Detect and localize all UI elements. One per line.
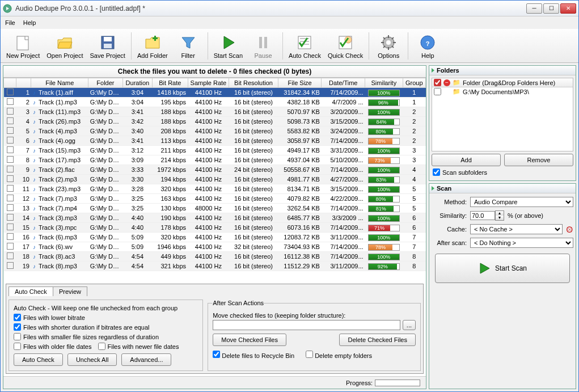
table-row[interactable]: 17 ♪Track (6).wv G:\My Do...5:091946 kbp… — [4, 242, 426, 252]
open-project-button[interactable]: Open Project — [43, 32, 86, 60]
tab-auto-check[interactable]: Auto Check — [9, 286, 53, 296]
minimize-button[interactable]: ─ — [526, 3, 542, 14]
col-folder[interactable]: Folder — [88, 78, 122, 88]
auto-check-button[interactable]: Auto Check — [285, 32, 324, 60]
start-scan-big-button[interactable]: Start Scan — [435, 254, 570, 283]
similarity-input[interactable] — [470, 211, 495, 220]
table-row[interactable]: 12 ♪Track (7).mp3 G:\My Do...3:25163 kbp… — [4, 194, 426, 204]
table-row[interactable]: 16 ♪Track (6).mp3 G:\My Do...5:09320 kbp… — [4, 233, 426, 242]
after-scan-select[interactable]: < Do Nothing > — [470, 238, 573, 248]
chk-older-dates[interactable] — [14, 343, 21, 350]
table-row[interactable]: 1 ♪Track (1).aiff G:\My Do...3:041418 kb… — [4, 88, 426, 98]
row-checkbox[interactable] — [7, 117, 14, 124]
cache-delete-icon[interactable]: ⮿ — [566, 225, 573, 234]
col-datetime[interactable]: Date/Time — [322, 78, 365, 88]
cache-select[interactable]: < No Cache > — [470, 224, 563, 234]
row-checkbox[interactable] — [7, 195, 14, 201]
svg-rect-4 — [104, 44, 112, 48]
row-checkbox[interactable] — [7, 175, 14, 182]
table-row[interactable]: 2 ♪Track (1).mp3 G:\My Do...3:04195 kbps… — [4, 98, 426, 107]
col-check[interactable] — [4, 78, 16, 88]
music-icon: ♪ — [33, 147, 39, 154]
table-row[interactable]: 10 ♪Track (2).mp3 G:\My Do...3:30194 kbp… — [4, 175, 426, 184]
chk-shorter-duration[interactable] — [14, 323, 21, 331]
filter-button[interactable]: Filter — [171, 32, 205, 60]
similarity-stepper[interactable]: ▲▼ — [495, 210, 504, 221]
add-folder-button[interactable]: Add Folder — [134, 32, 171, 60]
row-checkbox[interactable] — [7, 98, 14, 105]
row-checkbox[interactable] — [7, 233, 14, 240]
menu-file[interactable]: File — [5, 19, 15, 26]
row-checkbox[interactable] — [7, 185, 14, 192]
table-row[interactable]: 7 ♪Track (15).mp3 G:\My Do...3:12211 kbp… — [4, 146, 426, 155]
table-row[interactable]: 9 ♪Track (2).flac G:\My Do...3:331972 kb… — [4, 165, 426, 175]
chk-lower-bitrate[interactable] — [14, 314, 21, 321]
row-checkbox[interactable] — [7, 262, 14, 269]
help-button[interactable]: ?Help — [411, 32, 445, 60]
quick-check-button[interactable]: Quick Check — [324, 32, 366, 60]
pause-button[interactable]: Pause — [246, 32, 280, 60]
tab-preview[interactable]: Preview — [53, 286, 87, 296]
toolbar: New Project Open Project Save Project Ad… — [1, 29, 578, 63]
table-row[interactable]: 4 ♪Track (26).mp3 G:\My Do...3:42188 kbp… — [4, 117, 426, 127]
table-row[interactable]: 6 ♪Track (4).ogg G:\My Do...3:41113 kbps… — [4, 136, 426, 146]
table-row[interactable]: 11 ♪Track (23).mp3 G:\My Do...3:28320 kb… — [4, 184, 426, 194]
folder-item-check[interactable] — [434, 88, 441, 95]
delete-checked-button[interactable]: Delete Checked Files — [339, 334, 416, 346]
table-row[interactable]: 14 ♪Track (3).mp3 G:\My Do...4:40190 kbp… — [4, 213, 426, 223]
col-resolution[interactable]: Bit Resolution — [229, 78, 278, 88]
col-bitrate[interactable]: Bit Rate — [153, 78, 188, 88]
row-checkbox[interactable] — [7, 243, 14, 250]
row-checkbox[interactable] — [7, 108, 14, 115]
table-row[interactable]: 3 ♪Track (11).mp3 G:\My Do...3:41188 kbp… — [4, 107, 426, 117]
folder-add-button[interactable]: Add — [432, 154, 501, 166]
row-checkbox[interactable] — [7, 166, 14, 172]
col-duration[interactable]: Duration — [122, 78, 152, 88]
table-row[interactable]: 5 ♪Track (4).mp3 G:\My Do...3:40208 kbps… — [4, 127, 426, 136]
maximize-button[interactable]: ☐ — [543, 3, 559, 14]
table-row[interactable]: 15 ♪Track (3).mpc G:\My Do...4:40178 kbp… — [4, 223, 426, 233]
browse-button[interactable]: ... — [403, 320, 416, 330]
save-project-button[interactable]: Save Project — [87, 32, 129, 60]
table-row[interactable]: 19 ♪Track (8).mp3 G:\My Do...4:54321 kbp… — [4, 262, 426, 271]
row-checkbox[interactable] — [7, 204, 14, 211]
folder-row[interactable]: 📁 G:\My Documents\MP3\ — [432, 87, 573, 96]
chk-recycle[interactable] — [213, 351, 220, 358]
row-checkbox[interactable] — [7, 146, 14, 153]
table-row[interactable]: 8 ♪Track (17).mp3 G:\My Do...3:09214 kbp… — [4, 155, 426, 165]
scan-panel-header: Scan — [429, 184, 576, 193]
col-samplerate[interactable]: Sample Rate — [188, 78, 229, 88]
progress-bar — [375, 380, 420, 386]
col-filesize[interactable]: File Size — [278, 78, 322, 88]
scan-method-select[interactable]: Audio Compare — [470, 197, 573, 207]
row-checkbox[interactable] — [7, 127, 14, 134]
music-icon: ♪ — [33, 176, 39, 183]
chk-scan-subfolders[interactable] — [433, 168, 440, 176]
row-checkbox[interactable] — [7, 137, 14, 144]
row-checkbox[interactable] — [7, 224, 14, 230]
row-checkbox[interactable] — [7, 252, 14, 259]
start-scan-button[interactable]: Start Scan — [210, 32, 246, 60]
close-button[interactable]: ✕ — [560, 3, 576, 14]
col-filename[interactable]: File Name — [31, 78, 88, 88]
move-checked-button[interactable]: Move Checked Files — [213, 334, 286, 346]
chk-newer-dates[interactable] — [98, 343, 105, 350]
row-checkbox[interactable] — [7, 156, 14, 163]
chk-delete-empty[interactable] — [306, 351, 313, 358]
advanced-button[interactable]: Advanced... — [121, 353, 171, 366]
menu-help[interactable]: Help — [23, 19, 36, 26]
new-project-button[interactable]: New Project — [3, 32, 43, 60]
col-group[interactable]: Group — [403, 78, 425, 88]
options-button[interactable]: Options — [371, 32, 405, 60]
move-target-input[interactable] — [213, 320, 400, 330]
table-row[interactable]: 13 ♪Track (7).mp4 G:\My Do...3:25130 kbp… — [4, 204, 426, 213]
folder-remove-button[interactable]: Remove — [504, 154, 573, 166]
chk-smaller-size[interactable] — [14, 333, 21, 340]
col-similarity[interactable]: Similarity — [365, 78, 403, 88]
folder-hdr-check[interactable] — [434, 79, 441, 86]
auto-check-run-button[interactable]: Auto Check — [14, 353, 63, 366]
uncheck-all-button[interactable]: Uncheck All — [67, 353, 117, 366]
row-checkbox[interactable] — [7, 88, 14, 95]
row-checkbox[interactable] — [7, 214, 14, 221]
table-row[interactable]: 18 ♪Track (8).ac3 G:\My Do...4:54449 kbp… — [4, 252, 426, 262]
